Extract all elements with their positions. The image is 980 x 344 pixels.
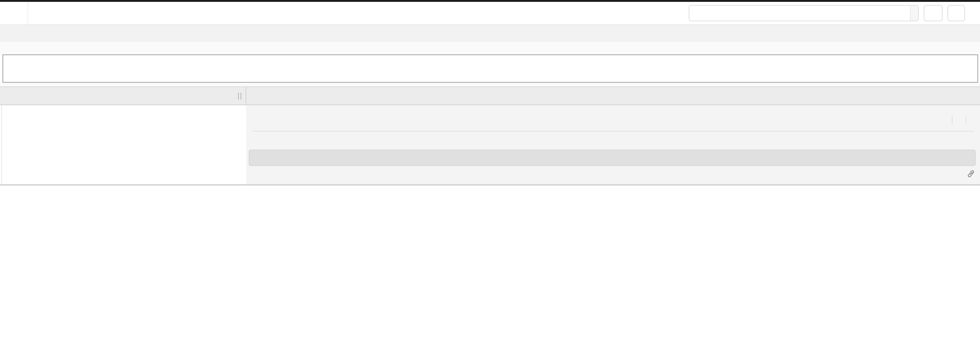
span-meta xyxy=(943,116,975,124)
minimap-axis xyxy=(0,42,980,55)
span-detail-body xyxy=(246,106,980,184)
jaeger-trace-page xyxy=(0,0,980,344)
logs-section[interactable] xyxy=(249,150,975,166)
copy-link-icon[interactable] xyxy=(967,170,975,178)
span-detail-header xyxy=(252,116,975,124)
trace-stats-bar xyxy=(0,26,980,42)
find-input[interactable] xyxy=(689,6,910,21)
window-top-edge xyxy=(0,0,980,2)
meta-divider xyxy=(966,116,966,124)
selected-span-tint xyxy=(13,106,246,184)
span-detail-left xyxy=(0,106,246,184)
top-bar xyxy=(0,2,980,26)
span-color-bar xyxy=(13,106,14,184)
span-id-row xyxy=(961,170,975,178)
timeline-ruler xyxy=(246,87,980,105)
indent-guide xyxy=(1,106,2,184)
service-operation-header xyxy=(0,87,246,105)
timeline-header xyxy=(0,86,980,106)
back-button[interactable] xyxy=(0,2,28,24)
panel-resizer-grip[interactable] xyxy=(238,93,241,100)
page-bottom xyxy=(0,185,980,189)
span-detail-bar xyxy=(246,106,980,108)
view-selector-button[interactable] xyxy=(948,5,965,22)
find-box xyxy=(689,5,919,22)
find-controls xyxy=(910,6,918,21)
trace-minimap[interactable] xyxy=(2,55,978,83)
keyboard-shortcuts-button[interactable] xyxy=(924,5,943,22)
span-rows-area xyxy=(0,106,980,185)
meta-divider xyxy=(952,116,952,124)
detail-divider xyxy=(252,131,974,131)
minimap-gap xyxy=(0,83,980,86)
span-detail xyxy=(0,106,980,185)
